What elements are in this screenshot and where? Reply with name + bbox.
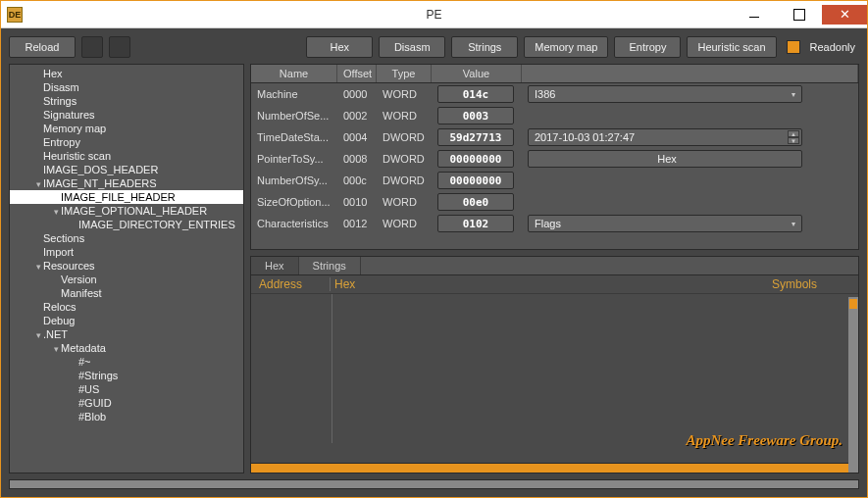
reload-button[interactable]: Reload <box>9 36 76 58</box>
tree-item-heuristic-scan[interactable]: Heuristic scan <box>10 149 243 163</box>
tree-item-image-directory-entries[interactable]: IMAGE_DIRECTORY_ENTRIES <box>10 218 243 231</box>
tree-item-version[interactable]: Version <box>10 273 243 286</box>
readonly-label: Readonly <box>810 41 855 53</box>
tree-item--net[interactable]: .NET <box>10 327 243 341</box>
table-row[interactable]: SizeOfOption...0010WORD00e0 <box>251 191 858 213</box>
disasm-button[interactable]: Disasm <box>379 36 445 58</box>
hex-vertical-scrollbar[interactable] <box>848 297 858 473</box>
strings-button[interactable]: Strings <box>451 36 518 58</box>
tree-item--us[interactable]: #US <box>10 382 243 396</box>
cell-offset: 000c <box>337 173 377 188</box>
extra-hex-button[interactable]: Hex <box>528 150 802 168</box>
table-row[interactable]: PointerToSy...0008DWORD00000000Hex <box>251 148 858 170</box>
tree-item-disasm[interactable]: Disasm <box>10 80 243 94</box>
tree-item--strings[interactable]: #Strings <box>10 369 243 382</box>
right-area: Name Offset Type Value Machine0000WORD01… <box>250 64 859 473</box>
tree-item-label: #~ <box>78 356 91 368</box>
value-button[interactable]: 00e0 <box>437 193 514 211</box>
hex-horizontal-scrollbar[interactable] <box>251 463 858 473</box>
close-button[interactable]: ✕ <box>822 5 867 25</box>
table-row[interactable]: NumberOfSe...0002WORD0003 <box>251 105 858 126</box>
hex-body[interactable]: AppNee Freeware Group. <box>251 294 858 463</box>
maximize-button[interactable] <box>777 5 822 25</box>
table-row[interactable]: Characteristics0012WORD0102Flags <box>251 213 858 234</box>
tree-item-metadata[interactable]: Metadata <box>10 341 243 355</box>
hex-tabs: Hex Strings <box>251 257 858 275</box>
cell-value: 59d27713 <box>432 126 522 148</box>
tree-item-label: Resources <box>43 260 95 272</box>
tree-item-entropy[interactable]: Entropy <box>10 135 243 149</box>
th-offset[interactable]: Offset <box>337 65 377 82</box>
tree-panel[interactable]: HexDisasmStringsSignaturesMemory mapEntr… <box>9 64 244 473</box>
tree-item-label: IMAGE_OPTIONAL_HEADER <box>61 205 207 217</box>
window: DE PE ✕ Reload Hex Disasm Strings Memory… <box>0 0 868 498</box>
table-row[interactable]: NumberOfSy...000cDWORD00000000 <box>251 170 858 191</box>
tree-item-image-dos-header[interactable]: IMAGE_DOS_HEADER <box>10 163 243 176</box>
tree-arrow-icon[interactable] <box>33 177 43 189</box>
tree-item-relocs[interactable]: Relocs <box>10 300 243 314</box>
tree-item-image-nt-headers[interactable]: IMAGE_NT_HEADERS <box>10 176 243 190</box>
tree-item-manifest[interactable]: Manifest <box>10 286 243 300</box>
cell-value: 0102 <box>432 213 522 234</box>
cell-extra <box>522 178 858 182</box>
tree-item-strings[interactable]: Strings <box>10 94 243 108</box>
toolbar-slot-2[interactable] <box>109 36 130 58</box>
hex-columns-header: Address Hex Symbols <box>251 275 858 294</box>
th-value[interactable]: Value <box>432 65 522 82</box>
main-area: HexDisasmStringsSignaturesMemory mapEntr… <box>9 64 859 473</box>
toolbar-slot-1[interactable] <box>81 36 103 58</box>
cell-type: DWORD <box>377 151 432 167</box>
tree-item-hex[interactable]: Hex <box>10 67 243 80</box>
tree-item-label: Metadata <box>61 342 106 354</box>
cell-type: WORD <box>377 216 432 231</box>
heuristic-scan-button[interactable]: Heuristic scan <box>687 36 776 58</box>
table-header: Name Offset Type Value <box>251 65 858 83</box>
spinner-arrows-icon[interactable]: ▲▼ <box>788 130 799 144</box>
value-button[interactable]: 0102 <box>437 215 514 232</box>
memory-map-button[interactable]: Memory map <box>524 36 608 58</box>
tab-strings[interactable]: Strings <box>299 257 361 274</box>
value-button[interactable]: 014c <box>437 85 514 103</box>
tree-arrow-icon[interactable] <box>51 342 61 354</box>
readonly-checkbox[interactable] <box>787 40 800 54</box>
value-button[interactable]: 0003 <box>437 107 514 124</box>
cell-extra: 2017-10-03 01:27:47▲▼ <box>522 126 858 148</box>
th-type[interactable]: Type <box>377 65 432 82</box>
tree-arrow-icon[interactable] <box>33 328 43 340</box>
cell-type: WORD <box>377 86 432 102</box>
cell-value: 00000000 <box>432 170 522 191</box>
value-button[interactable]: 59d27713 <box>437 128 514 146</box>
extra-dropdown[interactable]: Flags <box>528 215 802 232</box>
table-row[interactable]: TimeDateSta...0004DWORD59d277132017-10-0… <box>251 126 858 148</box>
value-button[interactable]: 00000000 <box>437 172 514 189</box>
tree-item-image-optional-header[interactable]: IMAGE_OPTIONAL_HEADER <box>10 204 243 218</box>
entropy-button[interactable]: Entropy <box>614 36 681 58</box>
tree-item-memory-map[interactable]: Memory map <box>10 122 243 135</box>
hex-button[interactable]: Hex <box>306 36 373 58</box>
tree-item-resources[interactable]: Resources <box>10 259 243 273</box>
tree-item--guid[interactable]: #GUID <box>10 396 243 410</box>
tree-item-sections[interactable]: Sections <box>10 231 243 245</box>
table-row[interactable]: Machine0000WORD014cI386 <box>251 83 858 105</box>
value-button[interactable]: 00000000 <box>437 150 514 168</box>
tree-item-signatures[interactable]: Signatures <box>10 108 243 122</box>
tree-item--[interactable]: #~ <box>10 355 243 369</box>
hex-col-hex: Hex <box>330 277 772 291</box>
tree-item-import[interactable]: Import <box>10 245 243 259</box>
tree-arrow-icon[interactable] <box>33 260 43 272</box>
tree-item-label: Entropy <box>43 136 80 148</box>
tab-hex[interactable]: Hex <box>251 257 299 274</box>
tree-item-image-file-header[interactable]: IMAGE_FILE_HEADER <box>10 190 243 204</box>
footer-scrollbar[interactable] <box>9 479 859 489</box>
app-icon: DE <box>7 7 23 23</box>
tree-arrow-icon[interactable] <box>51 205 61 217</box>
tree-item-debug[interactable]: Debug <box>10 314 243 327</box>
extra-datetime[interactable]: 2017-10-03 01:27:47▲▼ <box>528 128 802 146</box>
th-name[interactable]: Name <box>251 65 337 82</box>
tree-item-label: Hex <box>43 68 63 79</box>
tree-item--blob[interactable]: #Blob <box>10 410 243 423</box>
cell-name: Machine <box>251 86 337 102</box>
extra-dropdown[interactable]: I386 <box>528 85 802 103</box>
hex-panel: Hex Strings Address Hex Symbols AppNee F… <box>250 256 859 473</box>
minimize-button[interactable] <box>732 5 777 25</box>
